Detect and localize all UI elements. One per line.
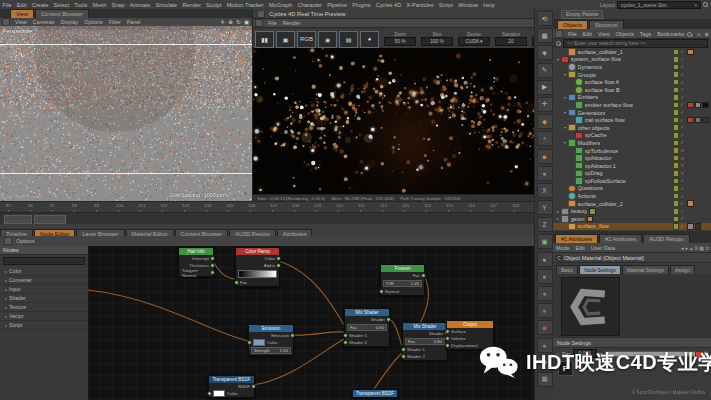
options-menu[interactable]: Options	[16, 238, 35, 244]
object-row-xpturbulence[interactable]: xpTurbulence✕	[553, 147, 711, 155]
tool-icon-6[interactable]: ◆	[537, 114, 553, 129]
tab-assign[interactable]: Assign	[670, 265, 695, 274]
enabled-icon[interactable]: ✓	[680, 57, 684, 62]
input-port[interactable]	[401, 347, 406, 352]
save-button[interactable]: ▤	[339, 31, 358, 48]
node-category-shader[interactable]: ▸Shader	[0, 294, 88, 303]
menu-file[interactable]: File	[265, 20, 280, 26]
node-value-ior[interactable]: IOR1.45	[383, 280, 422, 287]
tab-objects[interactable]: Objects	[557, 20, 588, 29]
layer-square[interactable]	[673, 140, 680, 147]
field-value-zoom[interactable]: 50 %	[384, 37, 416, 46]
tool-icon-17[interactable]: ●	[537, 303, 553, 318]
attr-icon[interactable]: ▦	[699, 245, 704, 251]
menu-display[interactable]: Display	[57, 19, 81, 25]
tool-icon-3[interactable]: ✎	[537, 63, 553, 78]
object-row-xpattractor-1[interactable]: xpAttractor.1✕	[553, 162, 711, 170]
node-hair-info[interactable]: Hair InfoInterceptThicknessTangent Norma…	[178, 247, 214, 277]
node-color-ramp[interactable]: Color RampColorAlphaFac	[235, 247, 280, 287]
node-transparent-bsdf[interactable]: Transparent BSDFBSDFColor	[208, 375, 255, 398]
enabled-icon[interactable]: ✓	[680, 125, 684, 130]
enabled-icon[interactable]: ✓	[680, 64, 684, 69]
node-mix-shader[interactable]: Mix ShaderShaderFac0.50Shader 1Shader 2	[344, 308, 390, 347]
layer-square[interactable]	[673, 193, 680, 200]
object-row-questions[interactable]: Questions✓	[553, 185, 711, 193]
material-preview[interactable]	[561, 277, 620, 336]
menu-mode[interactable]: Mode	[553, 245, 573, 251]
output-port[interactable]	[276, 263, 281, 268]
gradient-bar[interactable]	[238, 270, 277, 278]
visibility-toggles[interactable]: ✓	[673, 109, 685, 116]
layer-square[interactable]	[673, 87, 680, 94]
render-sphere-button[interactable]: ●	[360, 31, 379, 48]
layer-square[interactable]	[673, 79, 680, 86]
visibility-toggles[interactable]: ✓	[673, 178, 685, 185]
tag-icon[interactable]	[687, 200, 694, 207]
maximize-icon[interactable]: ▣	[243, 19, 250, 25]
menu-mograph[interactable]: MoGraph	[266, 2, 295, 8]
tool-icon-2[interactable]: ◈	[537, 45, 553, 60]
object-row-xpfollowsurface[interactable]: xpFollowSurface✓	[553, 177, 711, 185]
layer-square[interactable]	[673, 109, 680, 116]
visibility-toggles[interactable]: ✓	[673, 87, 685, 94]
enabled-icon[interactable]: ✓	[680, 102, 684, 107]
input-port[interactable]	[379, 289, 384, 294]
tag-icon[interactable]	[687, 117, 694, 124]
tool-icon-14[interactable]: ●	[537, 252, 553, 267]
layer-square[interactable]	[673, 216, 680, 223]
menu-file[interactable]: File	[0, 2, 14, 8]
menu-filter[interactable]: Filter	[106, 19, 124, 25]
object-row-actions[interactable]: Actions✓	[553, 192, 711, 200]
object-search-input[interactable]: << Enter your search string here >>	[563, 39, 708, 48]
visibility-toggles[interactable]: ✓	[673, 193, 685, 200]
tab-basic[interactable]: Basic	[556, 265, 578, 274]
layer-square[interactable]	[673, 49, 680, 56]
menu-edit[interactable]: Edit	[14, 2, 29, 8]
layer-square[interactable]	[673, 71, 680, 78]
layer-square[interactable]	[673, 170, 680, 177]
enabled-icon[interactable]: ✓	[680, 178, 684, 183]
node-value-strength[interactable]: Strength1.50	[251, 347, 291, 354]
visibility-toggles[interactable]: ✓	[673, 79, 685, 86]
menu-motion-tracker[interactable]: Motion Tracker	[224, 2, 266, 8]
menu-sculpt[interactable]: Sculpt	[203, 2, 224, 8]
visibility-toggles[interactable]: ✓	[673, 102, 685, 109]
object-row-surface-flow[interactable]: surface_flow✓	[553, 223, 711, 231]
tool-icon-8[interactable]: ■	[537, 149, 553, 164]
input-port[interactable]	[207, 391, 212, 396]
tag-icon[interactable]	[702, 102, 709, 109]
attr-icon[interactable]: ▸	[686, 245, 689, 251]
layer-square[interactable]	[673, 178, 680, 185]
layer-square[interactable]	[673, 117, 680, 124]
object-row-surface-collider-2[interactable]: surface_collider_2✓	[553, 200, 711, 208]
input-port[interactable]	[401, 354, 406, 359]
pan-icon[interactable]: ✛	[219, 19, 226, 25]
output-port[interactable]	[421, 273, 426, 278]
layer-square[interactable]	[673, 200, 680, 207]
visibility-toggles[interactable]: ✓	[673, 132, 685, 139]
menu-options[interactable]: Options	[81, 19, 106, 25]
visibility-toggles[interactable]: ✓	[673, 64, 685, 71]
empty-palette-button[interactable]: Empty Palette	[561, 10, 603, 19]
enabled-icon[interactable]: ✓	[680, 209, 684, 214]
enabled-icon[interactable]: ✓	[680, 95, 684, 100]
layer-square[interactable]	[673, 56, 680, 63]
node-editor-canvas[interactable]: Hair InfoInterceptThicknessTangent Norma…	[88, 246, 534, 400]
object-row-trail-surface-flow[interactable]: trail surface flow✓	[553, 116, 711, 124]
object-row-surface-collider-1[interactable]: surface_collider_1✓	[553, 48, 711, 56]
tab--2-attributes[interactable]: #2 Attributes	[599, 234, 642, 243]
output-port[interactable]	[210, 256, 215, 261]
node-mix-shader[interactable]: Mix ShaderShaderFac0.80Shader 1Shader 2	[402, 322, 448, 361]
tool-icon-12[interactable]: Z	[537, 217, 553, 232]
nodes-search-input[interactable]	[3, 257, 85, 265]
rotate-icon[interactable]: ↻	[235, 19, 242, 25]
node-category-color[interactable]: ▸Color	[0, 267, 88, 276]
tab-node-settings[interactable]: Node Settings	[579, 265, 620, 274]
menu-window[interactable]: Window	[456, 2, 481, 8]
enabled-icon[interactable]: ✓	[680, 118, 684, 123]
menu-render[interactable]: Render	[280, 20, 304, 26]
menu-tags[interactable]: Tags	[637, 31, 654, 37]
menu-user-data[interactable]: User Data	[588, 245, 618, 251]
enabled-icon[interactable]: ✓	[680, 49, 684, 54]
input-port[interactable]	[445, 336, 450, 341]
